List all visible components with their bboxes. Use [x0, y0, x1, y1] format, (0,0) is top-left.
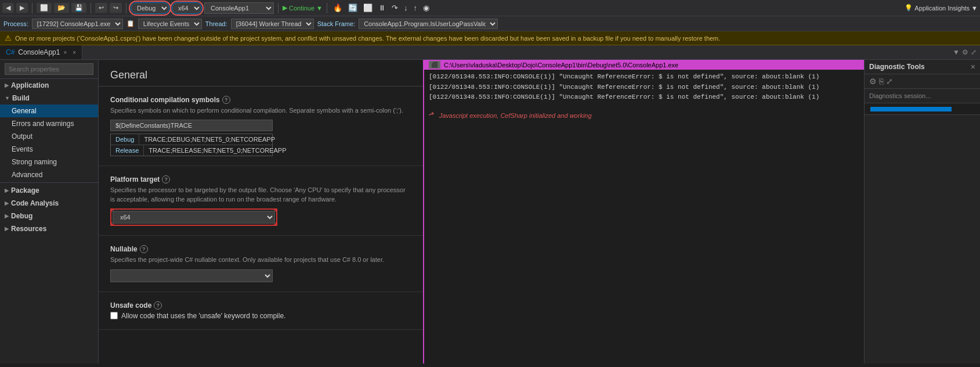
debug-config-dropdown[interactable]: Debug	[131, 2, 169, 14]
nav-section: ▶ Application ▼ Build General Errors and…	[0, 79, 98, 235]
new-project-button[interactable]: ⬜	[37, 3, 52, 13]
thread-label: Thread:	[205, 20, 227, 27]
diagnostic-timeline	[865, 103, 980, 115]
nullable-section: Nullable ? Specifies the project-wide C#…	[99, 236, 423, 292]
sidebar-item-advanced[interactable]: Advanced	[0, 168, 98, 181]
sidebar-item-debug[interactable]: ▶ Debug	[0, 210, 98, 222]
tab-close-button[interactable]: ×	[63, 49, 67, 56]
platform-target-select[interactable]: x64 Any CPU x86 ARM ARM64	[113, 211, 275, 224]
project-dropdown[interactable]: ConsoleApp1	[204, 2, 274, 14]
toolbar-sep-1	[32, 3, 32, 13]
diag-expand-btn[interactable]: ⤢	[886, 77, 893, 86]
platform-target-circle: x64 Any CPU x86 ARM ARM64	[110, 208, 277, 226]
conditional-compilation-desc: Specifies symbols on which to perform co…	[110, 106, 411, 115]
nullable-name: Nullable ?	[110, 245, 411, 253]
platform-target-label: Platform target	[110, 175, 160, 184]
sidebar-item-general[interactable]: General	[0, 105, 98, 117]
nullable-label: Nullable	[110, 245, 138, 253]
nullable-desc: Specifies the project-wide C# nullable c…	[110, 256, 411, 264]
continue-chevron: ▼	[316, 5, 323, 12]
diag-settings-btn[interactable]: ⚙	[869, 77, 877, 86]
center-content: General Conditional compilation symbols …	[99, 60, 423, 364]
forward-button[interactable]: ▶	[16, 3, 28, 13]
tab-icon: C#	[6, 48, 15, 56]
conditional-compilation-label: Conditional compilation symbols	[110, 96, 220, 104]
play-icon: ▶	[283, 4, 287, 12]
undo-button[interactable]: ↩	[95, 3, 107, 13]
nullable-info[interactable]: ?	[140, 245, 148, 253]
conditional-compilation-input[interactable]	[110, 120, 273, 131]
sidebar-item-errors-warnings[interactable]: Errors and warnings	[0, 117, 98, 130]
app-insights-label: Application Insights	[914, 5, 970, 12]
release-config-value: TRACE;RELEASE;NET;NET5_0;NETCOREAPP	[144, 145, 291, 156]
sidebar-item-events[interactable]: Events	[0, 143, 98, 156]
pause-btn[interactable]: ⏸	[377, 3, 388, 12]
sidebar-item-build[interactable]: ▼ Build	[0, 92, 98, 105]
tab-label: ConsoleApp1	[18, 48, 60, 56]
section-title: General	[99, 60, 423, 87]
restart-btn[interactable]: 🔄	[346, 3, 359, 12]
sidebar-item-label: Build	[12, 94, 30, 102]
process-select[interactable]: [17292] ConsoleApp1.exe	[32, 19, 123, 29]
debug-config-row: Debug TRACE;DEBUG;NET;NET5_0;NETCOREAPP	[111, 134, 272, 145]
open-button[interactable]: 📂	[54, 3, 69, 13]
stack-select[interactable]: ConsoleApp1.Program.IsUserLogPassValic..…	[359, 19, 498, 29]
breakpoints-btn[interactable]: ◉	[421, 3, 431, 12]
package-chevron: ▶	[5, 188, 9, 193]
tab-expand-btn[interactable]: ⤢	[971, 48, 977, 56]
continue-button[interactable]: ▶ Continue ▼	[283, 4, 323, 12]
diagnostic-title: Diagnostic Tools	[869, 63, 925, 71]
platform-target-info[interactable]: ?	[162, 175, 170, 184]
diag-copy-btn[interactable]: ⎘	[879, 77, 884, 86]
thread-select[interactable]: [36044] Worker Thread	[231, 19, 314, 29]
arch-dropdown[interactable]: x64	[172, 2, 202, 14]
toolbar-sep-5	[327, 3, 327, 13]
diagnostic-header: Diagnostic Tools ×	[865, 60, 980, 74]
console-line-3: [0122/051348.553:INFO:CONSOLE(1)] "Uncau…	[429, 92, 859, 103]
search-input[interactable]	[5, 63, 93, 75]
stop-btn[interactable]: ⬜	[361, 3, 374, 12]
sidebar-item-output[interactable]: Output	[0, 130, 98, 143]
tab-gear-btn[interactable]: ⚙	[962, 48, 968, 56]
nullable-select[interactable]: enable disable warnings annotations	[110, 269, 273, 282]
compilation-table: Debug TRACE;DEBUG;NET;NET5_0;NETCOREAPP …	[110, 134, 411, 156]
diag-close-btn[interactable]: ×	[971, 62, 975, 71]
continue-label: Continue	[289, 5, 314, 12]
application-chevron: ▶	[5, 82, 9, 88]
app-insights-button[interactable]: 💡 Application Insights ▼	[905, 4, 978, 12]
lifecycle-select[interactable]: Lifecycle Events	[138, 19, 202, 29]
sidebar-item-code-analysis[interactable]: ▶ Code Analysis	[0, 197, 98, 210]
process-bar: Process: [17292] ConsoleApp1.exe 📋 Lifec…	[0, 16, 980, 31]
step-out-btn[interactable]: ↑	[411, 3, 419, 12]
advanced-label: Advanced	[12, 171, 42, 179]
tab-dropdown-btn[interactable]: ▼	[953, 48, 960, 56]
diagnostic-toolbar: ⚙ ⎘ ⤢	[865, 74, 980, 89]
code-analysis-chevron: ▶	[5, 200, 9, 206]
sidebar-item-label: Application	[11, 81, 49, 89]
debug-icon-btn[interactable]: 🔥	[331, 3, 344, 12]
step-over-btn[interactable]: ↷	[390, 3, 400, 12]
sidebar-item-strong-naming[interactable]: Strong naming	[0, 156, 98, 168]
sidebar-item-application[interactable]: ▶ Application	[0, 79, 98, 92]
debug-chevron: ▶	[5, 213, 9, 219]
release-config-label: Release	[111, 145, 144, 156]
sidebar-item-package[interactable]: ▶ Package	[0, 184, 98, 197]
step-into-btn[interactable]: ↓	[402, 3, 410, 12]
unsafe-code-info[interactable]: ?	[154, 301, 162, 310]
general-label: General	[12, 107, 37, 115]
unsafe-code-section: Unsafe code ? Allow code that uses the '…	[99, 292, 423, 330]
console-annotation-area: ↗ Javascript execution, CefSharp initial…	[429, 107, 859, 119]
sidebar-item-resources[interactable]: ▶ Resources	[0, 222, 98, 235]
console-icon: ⬛	[429, 61, 440, 69]
console-title-bar: ⬛ C:\Users\vladuska\Desktop\Dojo\Console…	[424, 60, 864, 70]
back-button[interactable]: ◀	[2, 3, 14, 13]
save-button[interactable]: 💾	[71, 3, 86, 13]
console-app-tab[interactable]: C# ConsoleApp1 × ×	[0, 45, 82, 59]
redo-button[interactable]: ↪	[110, 3, 122, 13]
unsafe-code-checkbox-label: Allow code that uses the 'unsafe' keywor…	[121, 312, 285, 320]
warning-icon: ⚠	[5, 34, 12, 42]
conditional-compilation-info[interactable]: ?	[222, 96, 230, 104]
conditional-compilation-section: Conditional compilation symbols ? Specif…	[99, 87, 423, 166]
unsafe-code-checkbox[interactable]	[110, 312, 118, 319]
warning-text: One or more projects ('ConsoleApp1.cspro…	[15, 35, 720, 42]
